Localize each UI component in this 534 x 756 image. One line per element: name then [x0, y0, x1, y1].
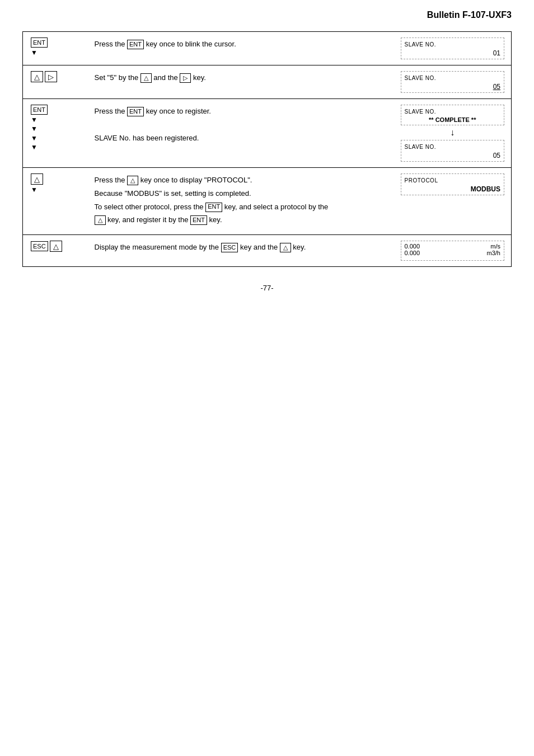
description-cell: Display the measurement mode by the ESC … [85, 235, 394, 267]
left-keys-cell: △ ▼ [23, 168, 85, 235]
lcd-meas-row-2: 0.000 m3/h [405, 250, 501, 256]
table-row: ENT ▼ ▼ ▼ ▼ Press the ENT key once to re… [23, 99, 512, 168]
left-keys-cell: △ ▷ [23, 65, 85, 99]
lcd-value: 05 [405, 83, 501, 91]
lcd-cell: SLAVE NO. ** COMPLETE ** ↓ SLAVE NO. 05 [394, 99, 512, 168]
description-cell: Press the ENT key once to blink the curs… [85, 32, 394, 65]
instruction-text: Set "5" by the △ and the ▷ key. [95, 72, 384, 84]
arrow-down: ▼ [31, 49, 38, 57]
inline-esc-key: ESC [221, 243, 238, 252]
lcd-value: 01 [405, 49, 501, 57]
arrow-down-1: ▼ [31, 116, 38, 124]
lcd-modbus: MODBUS [405, 185, 501, 193]
lcd-panel-5: 0.000 m/s 0.000 m3/h [401, 241, 505, 261]
lcd-panel-1: SLAVE NO. 01 [401, 37, 505, 59]
arrow-down-3: ▼ [31, 134, 38, 142]
arrow-down-4: ▼ [31, 143, 38, 151]
lcd-label: SLAVE NO. [405, 75, 437, 81]
instruction-text-2: Because "MODBUS" is set, setting is comp… [95, 188, 384, 200]
lcd-label: SLAVE NO. [405, 41, 437, 48]
inline-ent-key: ENT [127, 107, 144, 116]
arrow-down: ▼ [31, 186, 38, 194]
instruction-text-2: SLAVE No. has been registered. [95, 133, 384, 144]
esc-key[interactable]: ESC [31, 241, 48, 251]
description-cell: Press the △ key once to display "PROTOCO… [85, 168, 394, 235]
triangle-right-key[interactable]: ▷ [45, 71, 57, 82]
ent-key[interactable]: ENT [31, 105, 48, 115]
instruction-text-3: To select other protocol, press the ENT … [95, 201, 384, 213]
instruction-text-1: Press the △ key once to display "PROTOCO… [95, 175, 384, 186]
lcd-meas-row-1: 0.000 m/s [405, 243, 501, 250]
left-keys-cell: ESC △ [23, 235, 85, 267]
lcd-cell: 0.000 m/s 0.000 m3/h [394, 235, 512, 267]
triangle-up-key[interactable]: △ [50, 241, 62, 252]
instruction-text-4: △ key, and register it by the ENT key. [95, 214, 384, 226]
lcd-label: PROTOCOL [405, 177, 438, 184]
inline-ent-key: ENT [205, 203, 222, 212]
table-row: △ ▼ Press the △ key once to display "PRO… [23, 168, 512, 235]
lcd-measurement: 0.000 m/s 0.000 m3/h [405, 243, 501, 256]
lcd-label: SLAVE NO. [405, 109, 437, 115]
inline-triangle-key: △ [140, 73, 152, 83]
left-keys-cell: ENT ▼ ▼ ▼ ▼ [23, 99, 85, 168]
lcd-value-1: 0.000 [405, 243, 420, 250]
lcd-unit-2: m3/h [487, 250, 500, 256]
description-cell: Set "5" by the △ and the ▷ key. [85, 65, 394, 99]
lcd-complete: ** COMPLETE ** [405, 116, 501, 123]
inline-triangle-key: △ [280, 243, 291, 252]
lcd-panel-3a: SLAVE NO. ** COMPLETE ** [401, 105, 505, 125]
instruction-text-1: Press the ENT key once to register. [95, 106, 384, 118]
triangle-up-key[interactable]: △ [31, 173, 43, 185]
inline-triangle-key: △ [127, 176, 138, 185]
inline-right-key: ▷ [180, 73, 191, 83]
inline-ent-key: ENT [127, 40, 144, 49]
left-keys-cell: ENT ▼ [23, 32, 85, 65]
table-row: △ ▷ Set "5" by the △ and the ▷ key. SLAV… [23, 65, 512, 99]
lcd-value-2: 0.000 [405, 250, 420, 256]
inline-ent-key-2: ENT [190, 215, 207, 225]
lcd-cell: SLAVE NO. 05 [394, 65, 512, 99]
lcd-cell: SLAVE NO. 01 [394, 32, 512, 65]
lcd-panel-3b: SLAVE NO. 05 [401, 140, 505, 162]
page-number: -77- [260, 284, 273, 292]
main-table: ENT ▼ Press the ENT key once to blink th… [22, 31, 512, 267]
lcd-label-2: SLAVE NO. [405, 144, 437, 150]
ent-key[interactable]: ENT [31, 37, 48, 48]
instruction-text: Display the measurement mode by the ESC … [95, 242, 384, 253]
description-cell: Press the ENT key once to register. SLAV… [85, 99, 394, 168]
table-row: ESC △ Display the measurement mode by th… [23, 235, 512, 267]
lcd-cell: PROTOCOL MODBUS [394, 168, 512, 235]
page-header: Bulletin F-107-UXF3 [0, 0, 534, 26]
lcd-panel-4: PROTOCOL MODBUS [401, 173, 505, 195]
lcd-value-2: 05 [405, 152, 501, 159]
arrow-down-2: ▼ [31, 125, 38, 133]
bulletin-title: Bulletin F-107-UXF3 [427, 10, 512, 20]
page-footer: -77- [0, 284, 534, 292]
lcd-unit-1: m/s [490, 243, 500, 250]
arrow-down-big: ↓ [399, 128, 507, 138]
table-row: ENT ▼ Press the ENT key once to blink th… [23, 32, 512, 65]
instruction-text: Press the ENT key once to blink the curs… [95, 39, 384, 50]
triangle-up-key[interactable]: △ [31, 71, 43, 82]
inline-triangle-key-2: △ [95, 215, 106, 225]
lcd-panel-2: SLAVE NO. 05 [401, 71, 505, 93]
